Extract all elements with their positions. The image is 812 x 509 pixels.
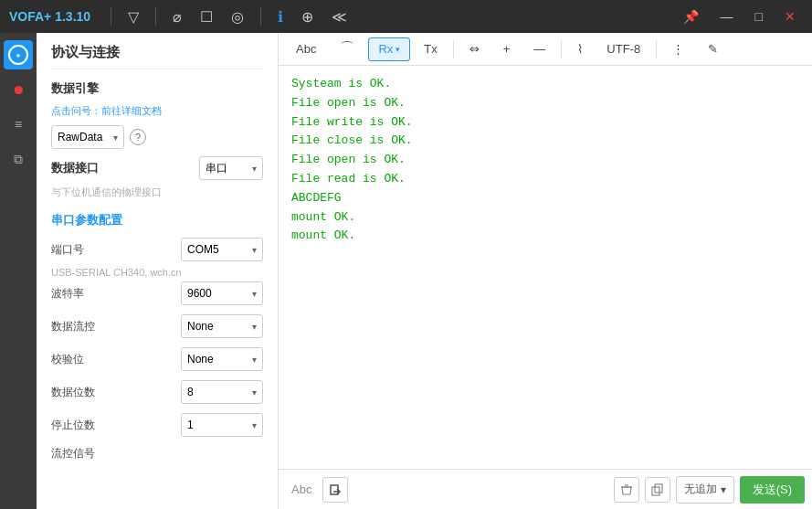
- minimize-button[interactable]: —: [713, 7, 741, 26]
- flow-ctrl-select[interactable]: None ▾: [181, 314, 263, 338]
- clear-button[interactable]: [614, 477, 639, 503]
- port-label: 端口号: [51, 242, 84, 258]
- tx-button[interactable]: Tx: [414, 37, 447, 61]
- toolbar-icon-fingerprint[interactable]: ⊕: [296, 6, 319, 27]
- clear-icon: [620, 483, 633, 496]
- sidebar: 协议与连接 数据引擎 点击问号：前往详细文档 RawData ▾ ? 数据接口 …: [37, 33, 279, 509]
- curve-button[interactable]: ⌒: [330, 37, 364, 61]
- send-file-icon: [329, 483, 342, 496]
- parity-row: 校验位 None ▾: [51, 347, 263, 371]
- parity-select[interactable]: None ▾: [181, 347, 263, 371]
- data-interface-desc: 与下位机通信的物理接口: [51, 186, 263, 199]
- no-add-dropdown[interactable]: 无追加 ▾: [676, 476, 734, 504]
- copy-button[interactable]: [645, 477, 670, 503]
- nav-icon-connection[interactable]: ●: [4, 40, 33, 69]
- nav-icons: ● ⏺ ≡ ⧉: [0, 33, 37, 509]
- data-bits-label: 数据位数: [51, 385, 95, 400]
- close-button[interactable]: ✕: [777, 7, 803, 26]
- send-button[interactable]: 发送(S): [740, 476, 805, 504]
- terminal-line: File read is OK.: [291, 170, 799, 189]
- data-bits-row: 数据位数 8 ▾: [51, 380, 263, 404]
- align-button[interactable]: ⇔: [459, 37, 490, 61]
- plus-button[interactable]: +: [493, 37, 521, 61]
- stop-bits-value: 1: [187, 419, 194, 431]
- toolbar-icon-double-arrow[interactable]: ≪: [326, 6, 353, 27]
- abc-format-button[interactable]: Abc: [286, 37, 326, 61]
- minus-button[interactable]: —: [523, 37, 555, 61]
- toolbar-sep-b: [561, 40, 562, 58]
- secondary-toolbar: Abc ⌒ Rx ▾ Tx ⇔ + — ⌇ UTF-8 ⋮ ✎: [279, 33, 812, 66]
- flow-ctrl-row: 数据流控 None ▾: [51, 314, 263, 338]
- stop-bits-label: 停止位数: [51, 418, 95, 433]
- encoding-button[interactable]: UTF-8: [596, 37, 650, 61]
- content-area: Abc ⌒ Rx ▾ Tx ⇔ + — ⌇ UTF-8 ⋮ ✎ Systeam …: [279, 33, 812, 509]
- toolbar-sep-a: [453, 40, 454, 58]
- baud-value: 9600: [187, 287, 212, 300]
- toolbar-sep-1: [111, 7, 111, 26]
- port-row: 端口号 COM5 ▾: [51, 238, 263, 261]
- connection-circle-icon: ●: [8, 45, 28, 65]
- terminal-line: File close is OK.: [291, 132, 799, 151]
- toolbar-icon-tshirt[interactable]: ☐: [195, 6, 218, 27]
- sidebar-title: 协议与连接: [51, 44, 263, 69]
- data-engine-value: RawData: [58, 131, 102, 143]
- detail-doc-link[interactable]: 点击问号：前往详细文档: [51, 104, 263, 118]
- toolbar-sep-2: [155, 7, 156, 26]
- bottom-bar: Abc: [279, 469, 812, 509]
- toolbar-icon-1[interactable]: ▽: [122, 6, 144, 27]
- edit-button[interactable]: ✎: [698, 37, 728, 61]
- rx-button[interactable]: Rx ▾: [368, 37, 410, 61]
- data-engine-row: RawData ▾ ?: [51, 125, 263, 149]
- data-bits-arrow: ▾: [252, 387, 257, 398]
- svg-rect-5: [655, 484, 662, 493]
- data-bits-value: 8: [187, 386, 194, 398]
- terminal-line: File open is OK.: [291, 151, 799, 170]
- flow-signal-label: 流控信号: [51, 446, 95, 461]
- toolbar-sep-c: [656, 40, 657, 58]
- rx-label: Rx: [378, 42, 393, 56]
- port-arrow: ▾: [252, 245, 257, 255]
- port-select[interactable]: COM5 ▾: [181, 238, 263, 261]
- nav-icon-layers[interactable]: ⧉: [4, 144, 33, 174]
- port-value: COM5: [187, 243, 219, 256]
- encoding-label: UTF-8: [606, 42, 640, 56]
- more-button[interactable]: ⋮: [662, 37, 694, 61]
- baud-label: 波特率: [51, 286, 84, 302]
- terminal-line: File write is OK.: [291, 113, 799, 133]
- data-interface-title: 数据接口: [51, 160, 99, 176]
- terminal-area: Systeam is OK.File open is OK.File write…: [279, 66, 812, 469]
- help-icon[interactable]: ?: [130, 129, 146, 145]
- port-desc: USB-SERIAL CH340, wch.cn: [51, 267, 263, 278]
- maximize-button[interactable]: □: [748, 7, 770, 26]
- no-add-arrow-icon: ▾: [721, 483, 726, 496]
- wave-button[interactable]: ⌇: [567, 37, 593, 61]
- svg-rect-0: [331, 485, 338, 494]
- toolbar-icon-link[interactable]: ⌀: [167, 6, 187, 27]
- nav-icon-menu[interactable]: ≡: [4, 110, 33, 139]
- terminal-line: File open is OK.: [291, 94, 799, 113]
- main-container: ● ⏺ ≡ ⧉ 协议与连接 数据引擎 点击问号：前往详细文档 RawData ▾…: [0, 33, 812, 509]
- data-interface-row: 数据接口 串口 ▾: [51, 156, 263, 180]
- app-title: VOFA+ 1.3.10: [9, 9, 90, 24]
- baud-select[interactable]: 9600 ▾: [181, 281, 263, 305]
- stop-bits-arrow: ▾: [252, 420, 257, 430]
- toolbar-icon-info[interactable]: ℹ: [272, 6, 289, 27]
- send-file-button[interactable]: [322, 477, 348, 503]
- no-add-label: 无追加: [684, 482, 717, 497]
- bottom-abc-label: Abc: [286, 479, 317, 500]
- toolbar-icon-target[interactable]: ◎: [226, 6, 249, 27]
- parity-arrow: ▾: [252, 355, 257, 365]
- data-interface-select[interactable]: 串口 ▾: [199, 156, 263, 180]
- data-engine-arrow: ▾: [113, 133, 118, 143]
- stop-bits-select[interactable]: 1 ▾: [181, 413, 263, 437]
- data-bits-select[interactable]: 8 ▾: [181, 380, 263, 404]
- terminal-line: mount OK.: [291, 208, 799, 228]
- data-engine-select[interactable]: RawData ▾: [51, 125, 124, 149]
- rx-arrow-icon: ▾: [395, 45, 400, 54]
- toolbar-sep-3: [260, 7, 261, 26]
- nav-icon-record[interactable]: ⏺: [4, 75, 33, 104]
- flow-ctrl-arrow: ▾: [252, 322, 257, 332]
- data-interface-arrow: ▾: [252, 164, 257, 174]
- pin-button[interactable]: 📌: [676, 7, 706, 26]
- terminal-line: Systeam is OK.: [291, 75, 799, 94]
